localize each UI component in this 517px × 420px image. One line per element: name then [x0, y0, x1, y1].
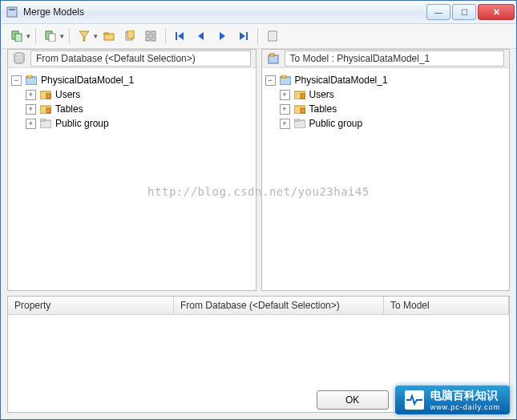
to-panel: To Model : PhysicalDataModel_1 − Physica…	[261, 49, 511, 291]
grid-col-property[interactable]: Property	[8, 297, 174, 314]
ok-button-label: OK	[345, 394, 359, 406]
tree-node-label: Public group	[55, 116, 109, 131]
badge-subtitle: www.pc-daily.com	[430, 403, 500, 411]
tree-node-label: PhysicalDataModel_1	[41, 73, 134, 87]
model-icon	[25, 75, 38, 86]
toolbar-copy[interactable]	[120, 26, 139, 46]
svg-rect-33	[40, 119, 45, 121]
nav-next[interactable]	[212, 26, 232, 46]
dropdown-arrow-icon[interactable]: ▾	[26, 32, 30, 40]
svg-marker-18	[220, 32, 225, 40]
svg-rect-14	[151, 37, 156, 41]
merge-models-window: Merge Models — ☐ ✕ ▾ ▾ ▾	[0, 0, 517, 420]
tree-node-label: Tables	[309, 102, 337, 116]
badge-title: 电脑百科知识	[430, 389, 500, 403]
maximize-button[interactable]: ☐	[452, 4, 476, 20]
svg-rect-31	[46, 108, 50, 113]
tree-node-label: Tables	[55, 102, 83, 116]
tree-item[interactable]: + Public group	[11, 116, 252, 131]
svg-rect-3	[15, 34, 22, 42]
tree-node-label: Users	[55, 87, 80, 102]
svg-marker-17	[198, 32, 204, 40]
svg-rect-13	[146, 37, 150, 41]
collapse-icon[interactable]: −	[265, 75, 276, 86]
tree-root[interactable]: − PhysicalDataModel_1	[11, 73, 252, 87]
minimize-button[interactable]: —	[426, 4, 450, 20]
folder-lock-icon	[39, 89, 52, 100]
from-tree[interactable]: − PhysicalDataModel_1 + Users +	[8, 68, 256, 290]
model-icon	[279, 75, 292, 86]
window-title: Merge Models	[23, 6, 426, 18]
database-icon	[13, 52, 26, 65]
svg-rect-41	[301, 108, 305, 113]
grid-col-to[interactable]: To Model	[384, 297, 509, 314]
svg-marker-16	[178, 32, 184, 40]
folder-lock-icon	[293, 89, 306, 100]
toolbar-separator	[69, 28, 70, 44]
toolbar-open[interactable]	[99, 26, 119, 46]
nav-last[interactable]	[233, 26, 252, 46]
toolbar-action-2[interactable]	[41, 26, 60, 46]
tree-item[interactable]: + Tables	[265, 102, 507, 116]
from-panel-label[interactable]: From Database (<Default Selection>)	[30, 50, 251, 67]
toolbar-separator	[165, 28, 166, 44]
tree-item[interactable]: + Users	[11, 87, 252, 102]
folder-icon	[293, 118, 306, 129]
expand-icon[interactable]: +	[26, 119, 36, 129]
folder-lock-icon	[39, 103, 52, 115]
svg-rect-0	[7, 7, 17, 17]
svg-rect-39	[301, 94, 305, 99]
to-tree[interactable]: − PhysicalDataModel_1 + Users +	[262, 68, 510, 290]
nav-prev[interactable]	[192, 26, 211, 46]
expand-icon[interactable]: +	[280, 90, 290, 100]
from-panel: From Database (<Default Selection>) − Ph…	[7, 49, 256, 291]
svg-marker-6	[79, 31, 89, 41]
tree-item[interactable]: + Users	[265, 87, 507, 102]
close-button[interactable]: ✕	[478, 4, 515, 20]
svg-rect-20	[246, 32, 248, 40]
expand-icon[interactable]: +	[280, 119, 290, 129]
toolbar-filter[interactable]	[75, 26, 94, 46]
tree-node-label: Public group	[309, 116, 363, 131]
titlebar[interactable]: Merge Models — ☐ ✕	[1, 1, 516, 24]
svg-rect-15	[176, 32, 177, 40]
model-icon	[267, 52, 280, 65]
to-panel-label[interactable]: To Model : PhysicalDataModel_1	[285, 50, 505, 67]
svg-rect-5	[49, 34, 55, 42]
expand-icon[interactable]: +	[280, 104, 290, 115]
collapse-icon[interactable]: −	[11, 75, 22, 86]
pulse-icon	[405, 390, 424, 410]
expand-icon[interactable]: +	[26, 90, 36, 100]
svg-rect-35	[270, 54, 274, 56]
svg-rect-10	[127, 30, 134, 38]
dropdown-arrow-icon[interactable]: ▾	[60, 32, 64, 40]
svg-rect-8	[104, 33, 108, 34]
tree-node-label: Users	[309, 87, 334, 102]
tree-root[interactable]: − PhysicalDataModel_1	[265, 73, 507, 87]
toolbar-document[interactable]	[263, 26, 282, 46]
tree-node-label: PhysicalDataModel_1	[295, 73, 388, 87]
site-badge: 电脑百科知识 www.pc-daily.com	[395, 386, 510, 414]
toolbar: ▾ ▾ ▾	[1, 24, 516, 49]
dropdown-arrow-icon[interactable]: ▾	[94, 32, 98, 40]
toolbar-separator	[257, 28, 258, 44]
folder-lock-icon	[293, 103, 306, 115]
svg-rect-12	[151, 31, 156, 35]
grid-col-from[interactable]: From Database (<Default Selection>)	[174, 297, 384, 314]
toolbar-action-1[interactable]	[7, 26, 26, 46]
tree-item[interactable]: + Public group	[265, 116, 507, 131]
svg-marker-19	[240, 32, 245, 40]
expand-icon[interactable]: +	[26, 104, 36, 115]
to-panel-header: To Model : PhysicalDataModel_1	[262, 50, 510, 68]
grid-header: Property From Database (<Default Selecti…	[8, 297, 509, 315]
ok-button[interactable]: OK	[317, 390, 389, 410]
app-icon	[6, 6, 18, 18]
toolbar-grid[interactable]	[141, 26, 160, 46]
svg-rect-1	[9, 9, 15, 10]
toolbar-separator	[35, 28, 36, 44]
tree-item[interactable]: + Tables	[11, 102, 252, 116]
svg-rect-11	[146, 31, 150, 35]
nav-first[interactable]	[171, 26, 190, 46]
svg-rect-27	[27, 75, 32, 78]
svg-rect-29	[46, 94, 50, 99]
